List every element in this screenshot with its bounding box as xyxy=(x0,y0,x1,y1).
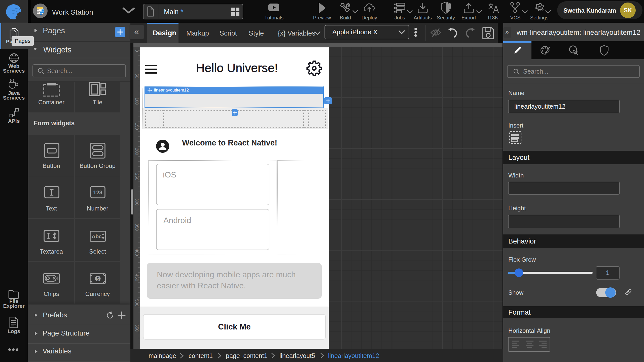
svg-text:123: 123 xyxy=(93,189,102,196)
svg-text:Abc: Abc xyxy=(92,233,102,239)
svg-text:$: $ xyxy=(96,277,99,282)
